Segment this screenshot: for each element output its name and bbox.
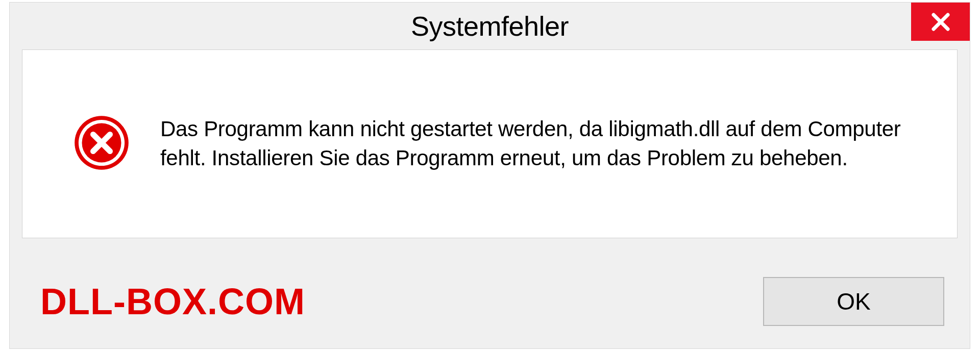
close-icon (930, 11, 951, 33)
error-dialog: Systemfehler Das Programm kann nicht ges… (9, 2, 970, 349)
ok-button[interactable]: OK (763, 277, 944, 326)
watermark-text: DLL-BOX.COM (40, 281, 305, 322)
error-message: Das Programm kann nicht gestartet werden… (160, 115, 926, 172)
close-button[interactable] (911, 3, 970, 41)
error-icon (74, 115, 130, 173)
dialog-titlebar: Systemfehler (10, 3, 970, 49)
dialog-content: Das Programm kann nicht gestartet werden… (22, 49, 958, 238)
dialog-title: Systemfehler (411, 10, 569, 42)
dialog-footer: DLL-BOX.COM OK (10, 254, 970, 348)
